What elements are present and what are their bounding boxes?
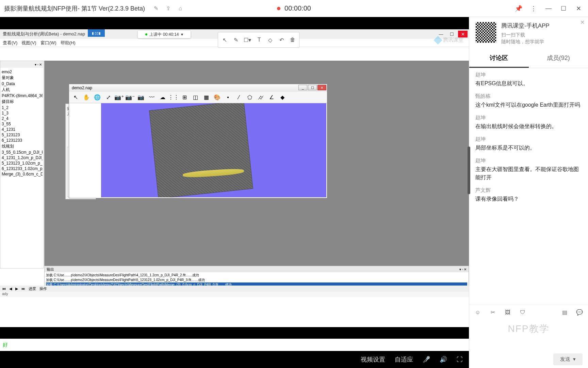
tencent-diamond-icon	[434, 36, 442, 44]
tool-line-icon[interactable]: ∕	[234, 93, 244, 102]
tree-item[interactable]: 6_1231233	[1, 138, 43, 143]
fullscreen-icon[interactable]: ⛶	[457, 356, 463, 363]
share-icon[interactable]: ⇪	[164, 4, 172, 13]
menu-view2[interactable]: 视图(V)	[21, 40, 36, 46]
tree-item[interactable]: 人机	[1, 87, 43, 93]
nap-minimize-icon[interactable]: _	[298, 85, 307, 90]
tool-path-icon[interactable]: 〰	[147, 93, 157, 102]
app-close-icon[interactable]: ✕	[458, 31, 468, 37]
tool-cylinder-icon[interactable]: ⌭	[256, 93, 266, 102]
tree-item[interactable]: 1_2	[1, 105, 43, 110]
pin-icon[interactable]: 📌	[515, 5, 522, 12]
tree-item[interactable]: 6_1231233_1.02cm_p_DJI_	[1, 166, 43, 171]
tree-close-icon[interactable]: ✕	[39, 63, 42, 66]
shape-tool-icon[interactable]: ☐▾	[244, 36, 251, 44]
menu-view[interactable]: 查看(V)	[3, 40, 17, 46]
output-pin-icon[interactable]: ▫	[462, 267, 463, 271]
tree-item[interactable]: P4RTK-(8mm,4864_3648)	[1, 93, 43, 98]
tree-item[interactable]: 量对象	[1, 75, 43, 81]
chat-message: 赵坤 在输出航线时候会做坐标转换的。	[475, 114, 582, 131]
tool-point-icon[interactable]: •	[223, 93, 233, 102]
qr-close-icon[interactable]: ✕	[580, 19, 585, 26]
tool-expand-icon[interactable]: ⤢	[103, 93, 113, 102]
tree-item[interactable]: 3_55	[1, 121, 43, 127]
annotation-toolbar: ↖ ✎ ☐▾ T ◇ ↶ 🗑	[218, 32, 299, 48]
tree-pin-icon[interactable]: ▫	[37, 63, 38, 66]
shield-icon[interactable]: 🛡	[519, 309, 526, 316]
tool-mesh-icon[interactable]: ⋮⋮	[168, 93, 179, 102]
pen-tool-icon[interactable]: ✎	[233, 36, 239, 44]
chat-input[interactable]	[474, 322, 583, 348]
video-settings-button[interactable]: 视频设置	[361, 355, 385, 364]
layout-icon[interactable]: ▤	[561, 309, 568, 316]
text-tool-icon[interactable]: T	[256, 36, 262, 44]
close-icon[interactable]: ✕	[575, 5, 582, 12]
tree-item[interactable]: 5_123123_1.02cm_p_DJI_P	[1, 160, 43, 166]
maximize-icon[interactable]: ☐	[560, 5, 567, 12]
nav-first-icon[interactable]: ⏮	[2, 287, 6, 291]
tool-cloud-icon[interactable]: ☁	[158, 93, 168, 102]
app-title: 量航线规划与分析(调试Beta) - demo2.nap	[3, 31, 85, 37]
app-maximize-icon[interactable]: ☐	[447, 31, 457, 37]
mic-off-icon[interactable]: 🎤̸	[423, 356, 430, 363]
tree-item[interactable]: 1_3	[1, 110, 43, 116]
output-close-icon[interactable]: ✕	[464, 267, 467, 271]
tool-cursor-icon[interactable]: ↖	[70, 93, 81, 102]
tree-item[interactable]: 4_1231	[1, 127, 43, 132]
trash-tool-icon[interactable]: 🗑	[289, 36, 296, 44]
tab-discussion[interactable]: 讨论区	[469, 49, 529, 68]
nav-next-icon[interactable]: ▶	[15, 287, 18, 291]
tool-camera-minus-icon[interactable]: 📷⁻	[125, 93, 135, 102]
scissors-icon[interactable]: ✂	[489, 309, 496, 316]
tool-camera-plus-icon[interactable]: 📷⁺	[114, 93, 124, 102]
class-status-pill[interactable]: 上课中 00:40:14 ▾	[138, 31, 191, 38]
home-icon[interactable]: ⌂	[176, 4, 184, 13]
tree-item[interactable]: 4_1231_1.2cm_p_DJI_P4R_	[1, 155, 43, 160]
nav-prev-icon[interactable]: ◀	[9, 287, 12, 291]
tree-item[interactable]: 线规划	[1, 143, 43, 150]
tencent-logo: 腾讯课堂	[435, 37, 463, 43]
tool-layer-icon[interactable]: ◆	[277, 93, 288, 102]
tool-wireframe-icon[interactable]: ◫	[190, 93, 200, 102]
quote-icon[interactable]: 💬	[576, 309, 583, 316]
tree-item[interactable]: Merge_(3)_0.6cm_c_DJI_P	[1, 171, 43, 177]
nap-close-icon[interactable]: ✕	[317, 85, 326, 90]
chat-list[interactable]: 赵坤 有EPSG信息就可以。 甄皓栋 这个kml文件可以在google Eart…	[469, 68, 588, 305]
select-tool-icon[interactable]: ↖	[222, 36, 228, 44]
tree-item[interactable]: emo2	[1, 69, 43, 75]
scrollbar[interactable]	[468, 147, 470, 194]
tree-item[interactable]: 0_Data	[1, 81, 43, 87]
emoji-icon[interactable]: ☺	[474, 309, 481, 316]
image-icon[interactable]: 🖼	[504, 309, 511, 316]
tool-angle-icon[interactable]: ∠	[266, 93, 277, 102]
output-dropdown-icon[interactable]: ▾	[459, 267, 461, 271]
menu-window[interactable]: 窗口(W)	[40, 40, 56, 46]
tab-members[interactable]: 成员(92)	[529, 49, 588, 68]
menu-help[interactable]: 帮助(H)	[61, 40, 76, 46]
more-icon[interactable]: ⋮	[530, 5, 537, 12]
adaptive-button[interactable]: 自适应	[395, 355, 413, 364]
eraser-tool-icon[interactable]: ◇	[267, 36, 274, 44]
tree-item[interactable]: 3_55_0.15cm_p_DJI_P4R_1	[1, 150, 43, 155]
viewport[interactable]: 摄影目标特征定义 感知面显示 方向轴显示 约束面 无约束 水平面 垂直面 dem…	[44, 61, 469, 269]
tool-solid-icon[interactable]: ▦	[201, 93, 211, 102]
tool-hand-icon[interactable]: ✋	[81, 93, 92, 102]
blue-signal-tab[interactable]: ▮ ▯▯▮	[88, 29, 105, 37]
tool-polygon-icon[interactable]: ⬠	[245, 93, 255, 102]
nap-canvas[interactable]	[101, 103, 326, 197]
send-button[interactable]: 发送 ▾	[553, 353, 583, 365]
tree-item[interactable]: 5_123123	[1, 132, 43, 138]
nap-maximize-icon[interactable]: ☐	[308, 85, 317, 90]
tree-item[interactable]: 2_4	[1, 116, 43, 121]
tree-item[interactable]: 摄目标	[1, 98, 43, 105]
minimize-icon[interactable]: —	[545, 5, 552, 12]
tool-grid-icon[interactable]: ⊞	[179, 93, 190, 102]
tool-color-cube-icon[interactable]: 🎨	[212, 93, 222, 102]
speaker-icon[interactable]: 🔊	[440, 356, 447, 363]
tree-dropdown-icon[interactable]: ▾	[35, 63, 36, 66]
nav-last-icon[interactable]: ⏭	[21, 287, 25, 291]
tool-globe-icon[interactable]: 🌐	[92, 93, 102, 102]
tool-camera-icon[interactable]: 📷	[136, 93, 146, 102]
edit-icon[interactable]: ✎	[152, 4, 160, 13]
undo-tool-icon[interactable]: ↶	[278, 36, 285, 44]
